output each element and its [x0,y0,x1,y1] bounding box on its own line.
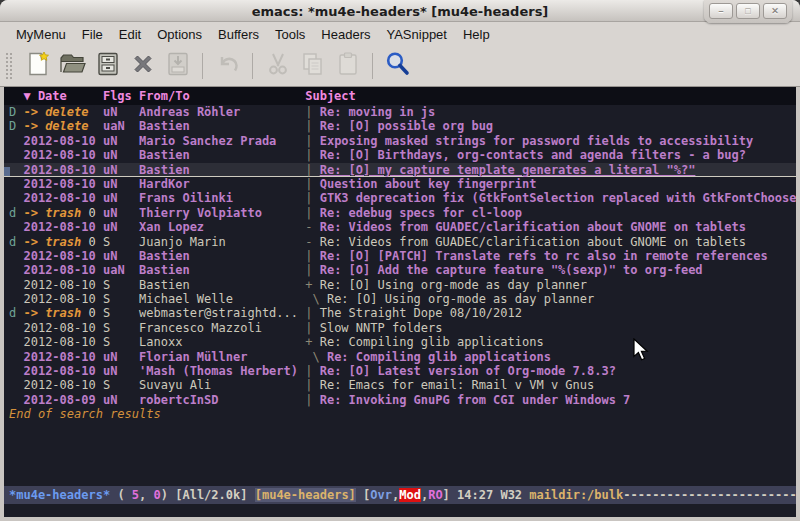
undo-icon [215,51,241,81]
new-file-icon [25,51,51,81]
copy-icon [300,51,326,81]
text-cursor [4,167,10,176]
message-list: D -> delete uN Andreas Röhler | Re: movi… [4,105,796,486]
message-row[interactable]: D -> delete uaN Bastien | Re: [O] possib… [4,119,796,133]
message-row[interactable]: 2012-08-10 uN 'Mash (Thomas Herbert) | R… [4,364,796,378]
message-row[interactable]: 2012-08-10 S Lanoxx + Re: Compiling glib… [4,335,796,349]
menu-buffers[interactable]: Buffers [210,25,267,44]
title-bar[interactable]: emacs: *mu4e-headers* [mu4e-headers] –□✕ [0,0,800,22]
mu4e-headers-buffer: ▼ Date Flgs From/To Subject D -> delete … [4,87,796,517]
modeline-segment-plain: [ [356,488,370,502]
message-row[interactable]: 2012-08-10 S Bastien + Re: [O] Using org… [4,278,796,292]
message-row[interactable]: d -> trash 0 S webmaster@straightd... | … [4,306,796,320]
message-subject: Re: Compiling glib applications [320,335,544,349]
message-subject: The Straight Dope 08/10/2012 [320,306,522,320]
message-row[interactable]: 2012-08-10 uaN Bastien | Re: [O] Add the… [4,263,796,277]
message-row[interactable]: 2012-08-10 uN Xan Lopez - Re: Videos fro… [4,220,796,234]
message-row[interactable]: 2012-08-10 uN Frans Oilinki | GTK3 depre… [4,191,796,205]
modeline-segment-plain: [All/2.0k] [175,488,254,502]
menu-tools[interactable]: Tools [267,25,313,44]
modeline-segment-plain: ] [443,488,457,502]
close-button[interactable]: ✕ [763,3,787,19]
minimize-button[interactable]: – [709,3,733,19]
modeline-segment-buffer: *mu4e-headers* [9,488,110,502]
message-row[interactable]: 2012-08-10 S Suvayu Ali | Re: Emacs for … [4,378,796,392]
menu-options[interactable]: Options [149,25,210,44]
modeline-segment-plain: ------------------------ [623,488,796,502]
message-subject: Re: [O] possible org bug [320,119,493,133]
message-subject: Re: Videos from GUADEC/clarification abo… [320,220,746,234]
save-icon [95,51,121,81]
message-row[interactable]: d -> trash 0 S Juanjo Marin - Re: Videos… [4,235,796,249]
message-row[interactable]: 2012-08-09 uN robertcInSD | Re: Invoking… [4,393,796,407]
modeline-segment-mod: Mod [399,488,421,502]
modeline-segment-plain: ( [110,488,132,502]
modeline-segment-ovr: Ovr [370,488,392,502]
toolbar-separator [372,53,373,79]
message-subject: Re: [O] Add the capture feature "%(sexp)… [320,263,703,277]
message-row[interactable]: 2012-08-10 uN Bastien | Re: [O] Birthday… [4,148,796,162]
save-as-button [160,50,195,82]
message-row[interactable]: 2012-08-10 uN Florian Müllner \ Re: Comp… [4,350,796,364]
message-subject: Re: [O] Using org-mode as day planner [320,278,587,292]
message-row[interactable]: 2012-08-10 uN Mario Sanchez Prada | Expo… [4,134,796,148]
message-subject: Re: edebug specs for cl-loop [320,206,522,220]
menu-yasnippet[interactable]: YASnippet [378,25,454,44]
message-subject: GTK3 deprecation fix (GtkFontSelection r… [320,191,796,205]
open-folder-button[interactable] [55,50,90,82]
echo-area[interactable] [4,504,796,517]
menu-edit[interactable]: Edit [111,25,149,44]
message-row[interactable]: 2012-08-10 uN Bastien | Re: [O] my captu… [4,163,796,177]
modeline-segment-folder: maildir:/bulk [529,488,623,502]
message-subject: Re: Videos from GUADEC/clarification abo… [320,235,746,249]
toolbar-separator [202,53,203,79]
message-row[interactable]: D -> delete uN Andreas Röhler | Re: movi… [4,105,796,119]
modeline-segment-num: 5 [132,488,139,502]
emacs-window: emacs: *mu4e-headers* [mu4e-headers] –□✕… [0,0,800,521]
message-subject: Re: moving in js [320,105,436,119]
menu-file[interactable]: File [74,25,111,44]
copy-button [295,50,330,82]
modeline-segment-ro: RO [428,488,442,502]
menu-headers[interactable]: Headers [313,25,378,44]
save-as-icon [165,51,191,81]
modeline-segment-plain: , [139,488,153,502]
message-row[interactable]: 2012-08-10 uN HardKor | Question about k… [4,177,796,191]
modeline-segment-plain: 14:27 W32 [457,488,529,502]
cut-icon [265,51,291,81]
window-controls: –□✕ [704,0,792,23]
modeline-segment-plain: ) [161,488,175,502]
modeline-segment-mode: [mu4e-headers] [255,488,356,502]
new-file-button[interactable] [20,50,55,82]
message-row[interactable]: 2012-08-10 S Francesco Mazzoli | Slow NN… [4,321,796,335]
paste-icon [335,51,361,81]
toolbar-grip-handle[interactable] [5,52,14,80]
message-subject: Re: [O] [PATCH] Translate refs to rc als… [320,249,768,263]
headers-column-header: ▼ Date Flgs From/To Subject [4,87,796,105]
message-row[interactable]: 2012-08-10 uN Bastien | Re: [O] [PATCH] … [4,249,796,263]
modeline-segment-num: 0 [154,488,161,502]
message-subject: Exposing masked strings for password fie… [320,134,753,148]
menu-bar: MyMenuFileEditOptionsBuffersToolsHeaders… [0,22,800,46]
save-button[interactable] [90,50,125,82]
message-row[interactable]: 2012-08-10 S Michael Welle \ Re: [O] Usi… [4,292,796,306]
search-icon [384,50,412,82]
message-subject: Re: [O] Birthdays, org-contacts and agen… [320,148,746,162]
message-subject: Re: [O] Using org-mode as day planner [327,292,594,306]
message-subject: Slow NNTP folders [320,321,443,335]
mode-line[interactable]: *mu4e-headers* ( 5, 0) [All/2.0k] [mu4e-… [4,486,796,504]
undo-button [210,50,245,82]
menu-mymenu[interactable]: MyMenu [8,25,74,44]
close-buffer-icon [131,52,155,80]
menu-help[interactable]: Help [455,25,498,44]
message-subject: Re: Invoking GnuPG from CGI under Window… [320,393,631,407]
message-subject: Re: [O] my capture template generates a … [320,163,696,177]
maximize-button[interactable]: □ [736,3,760,19]
search-button[interactable] [380,50,415,82]
message-subject: Re: Emacs for email: Rmail v VM v Gnus [320,378,595,392]
end-of-results-text: End of search results [4,407,796,421]
message-subject: Re: Compiling glib applications [327,350,551,364]
cut-button [260,50,295,82]
message-row[interactable]: d -> trash 0 uN Thierry Volpiatto | Re: … [4,206,796,220]
close-buffer-button[interactable] [125,50,160,82]
